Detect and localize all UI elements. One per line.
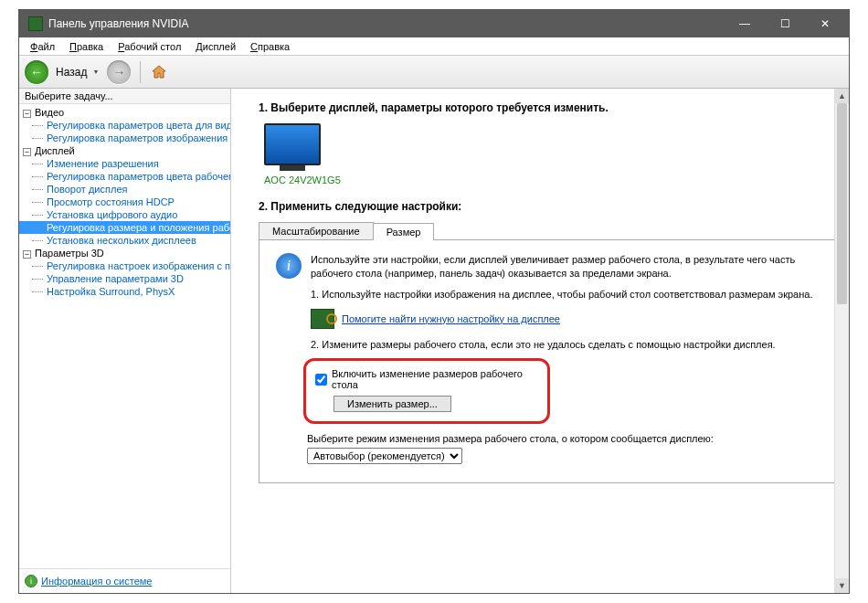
info-icon: i [276, 253, 302, 279]
tree-desktop-color[interactable]: Регулировка параметров цвета рабочег [19, 170, 230, 183]
nvidia-icon [28, 16, 43, 31]
tab-scaling[interactable]: Масштабирование [259, 222, 374, 239]
tree-3d-image[interactable]: Регулировка настроек изображения с пр [19, 259, 230, 272]
forward-button[interactable]: → [107, 60, 131, 84]
scroll-down-icon[interactable]: ▼ [835, 578, 849, 593]
resize-highlight: Включить изменение размеров рабочего сто… [303, 358, 550, 424]
toolbar: ← Назад ▾ → [19, 56, 849, 89]
collapse-icon[interactable]: − [23, 148, 31, 156]
substep-2: 2. Измените размеры рабочего стола, если… [311, 338, 819, 352]
tree-cat-display[interactable]: −Дисплей [19, 144, 230, 157]
window-title: Панель управления NVIDIA [48, 17, 725, 30]
sidebar-header: Выберите задачу... [19, 89, 230, 104]
menu-file[interactable]: Файл [23, 39, 62, 54]
menu-display[interactable]: Дисплей [188, 39, 243, 54]
resize-button[interactable]: Изменить размер... [333, 396, 451, 412]
info-icon: i [25, 575, 37, 587]
info-text: Используйте эти настройки, если дисплей … [311, 253, 819, 280]
content-scroll[interactable]: 1. Выберите дисплей, параметры которого … [259, 98, 836, 584]
tree-multi-display[interactable]: Установка нескольких дисплеев [19, 234, 230, 247]
resize-mode-select[interactable]: Автовыбор (рекомендуется) [307, 448, 462, 464]
help-row: Помогите найти нужную настройку на диспл… [311, 309, 819, 329]
scroll-up-icon[interactable]: ▲ [835, 89, 849, 103]
menu-edit[interactable]: Правка [62, 39, 111, 54]
vertical-scrollbar[interactable]: ▲ ▼ [834, 89, 849, 593]
tab-panel-size: i Используйте эти настройки, если диспле… [259, 240, 836, 483]
info-row: i Используйте эти настройки, если диспле… [276, 253, 819, 280]
tab-size[interactable]: Размер [373, 223, 435, 240]
close-button[interactable]: ✕ [805, 11, 845, 37]
tree-audio[interactable]: Установка цифрового аудио [19, 208, 230, 221]
body: Выберите задачу... −Видео Регулировка па… [19, 89, 849, 593]
task-tree[interactable]: −Видео Регулировка параметров цвета для … [19, 104, 230, 568]
content-pane: 1. Выберите дисплей, параметры которого … [231, 89, 849, 593]
titlebar[interactable]: Панель управления NVIDIA — ☐ ✕ [19, 10, 849, 37]
tree-hdcp[interactable]: Просмотр состояния HDCP [19, 196, 230, 208]
tree-3d-manage[interactable]: Управление параметрами 3D [19, 272, 230, 285]
collapse-icon[interactable]: − [23, 250, 31, 259]
back-label: Назад [52, 66, 89, 79]
enable-resize-checkbox[interactable] [315, 374, 327, 386]
menu-desktop[interactable]: Рабочий стол [111, 39, 188, 54]
step2-title: 2. Применить следующие настройки: [259, 200, 836, 213]
mode-label: Выберите режим изменения размера рабочег… [307, 433, 819, 444]
step1-title: 1. Выберите дисплей, параметры которого … [259, 101, 836, 114]
tree-resolution[interactable]: Изменение разрешения [19, 157, 230, 170]
back-dropdown-icon[interactable]: ▾ [92, 68, 103, 76]
tree-cat-video[interactable]: −Видео [19, 106, 230, 119]
help-find-setting-link[interactable]: Помогите найти нужную настройку на диспл… [342, 313, 560, 324]
tree-3d-surround[interactable]: Настройка Surround, PhysX [19, 285, 230, 298]
tree-resize-position[interactable]: Регулировка размера и положения рабо [19, 221, 230, 234]
system-info-row: i Информация о системе [19, 568, 230, 593]
monitor-name: AOC 24V2W1G5 [264, 175, 341, 185]
scroll-thumb[interactable] [837, 103, 847, 304]
sidebar: Выберите задачу... −Видео Регулировка па… [19, 89, 231, 593]
toolbar-separator [140, 61, 141, 83]
tree-rotate[interactable]: Поворот дисплея [19, 183, 230, 196]
tabs: Масштабирование Размер [259, 222, 836, 240]
app-window: Панель управления NVIDIA — ☐ ✕ Файл Прав… [18, 9, 850, 594]
minimize-button[interactable]: — [725, 11, 765, 37]
menubar: Файл Правка Рабочий стол Дисплей Справка [19, 37, 849, 56]
menu-help[interactable]: Справка [243, 39, 297, 54]
display-thumbnail[interactable]: AOC 24V2W1G5 [264, 123, 341, 185]
display-search-icon [311, 309, 334, 329]
home-icon [151, 64, 167, 80]
substep-1: 1. Используйте настройки изображения на … [311, 288, 819, 302]
system-info-link[interactable]: Информация о системе [41, 576, 152, 587]
maximize-button[interactable]: ☐ [765, 11, 805, 37]
tree-video-color[interactable]: Регулировка параметров цвета для вид [19, 119, 230, 132]
monitor-icon [264, 123, 321, 165]
tree-cat-3d[interactable]: −Параметры 3D [19, 247, 230, 259]
enable-resize-row[interactable]: Включить изменение размеров рабочего сто… [315, 368, 538, 390]
collapse-icon[interactable]: − [23, 110, 31, 118]
back-button[interactable]: ← [25, 60, 48, 84]
tree-video-image[interactable]: Регулировка параметров изображения д [19, 132, 230, 144]
enable-resize-label: Включить изменение размеров рабочего сто… [332, 368, 538, 390]
home-button[interactable] [150, 63, 168, 81]
